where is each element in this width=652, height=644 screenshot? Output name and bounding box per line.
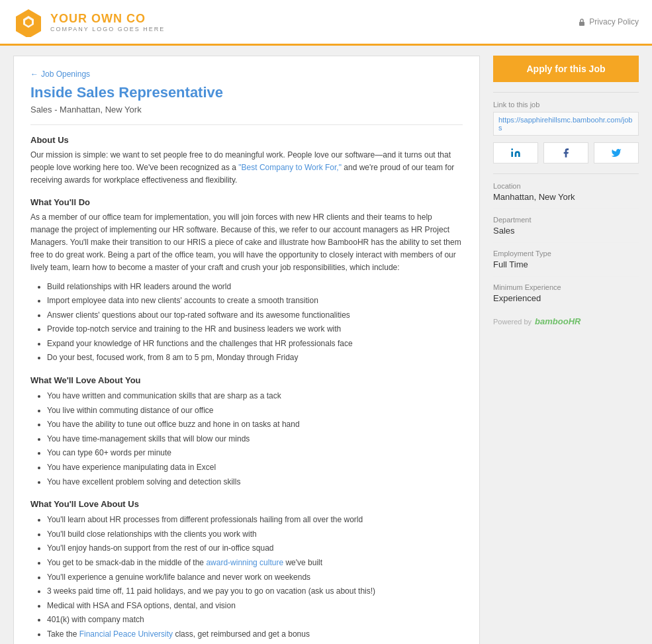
logo-tagline: COMPANY LOGO GOES HERE [50, 26, 165, 32]
facebook-share-button[interactable] [543, 142, 588, 163]
list-item: You can type 60+ words per minute [47, 446, 463, 461]
meta-divider-3 [493, 276, 639, 277]
linkedin-icon [510, 148, 521, 158]
powered-by-label: Powered by [493, 318, 532, 326]
list-item: Expand your knowledge of HR functions an… [47, 337, 463, 351]
list-item: You'll enjoy hands-on support from the r… [47, 541, 463, 556]
list-item: Do your best, focused work, from 8 am to… [47, 351, 463, 365]
powered-by: Powered by bambooHR [493, 316, 639, 326]
job-subtitle: Sales - Manhattan, New York [30, 105, 463, 125]
link-label: Link to this job [493, 101, 639, 109]
breadcrumb-arrow: ← [30, 69, 38, 79]
list-item: You have experience manipulating data in… [47, 461, 463, 475]
twitter-share-button[interactable] [594, 142, 639, 163]
sidebar-divider-2 [493, 173, 639, 174]
sidebar-divider-1 [493, 92, 639, 93]
logo-name-part3: CO [122, 12, 146, 25]
meta-divider-1 [493, 208, 639, 209]
page-container: ← Job Openings Inside Sales Representati… [0, 46, 652, 644]
what-you-do-text: As a member of our office team for imple… [30, 211, 463, 275]
about-us-title: About Us [30, 135, 463, 145]
facebook-icon [561, 148, 571, 158]
list-item: Provide top-notch service and training t… [47, 322, 463, 337]
list-item: Answer clients' questions about our top-… [47, 308, 463, 323]
breadcrumb: ← Job Openings [30, 69, 463, 79]
what-you-do-title: What You'll Do [30, 197, 463, 207]
logo-name: YOUR OWN CO [50, 12, 165, 26]
what-you-do-list: Build relationships with HR leaders arou… [30, 280, 463, 366]
list-item: Medical with HSA and FSA options, dental… [47, 599, 463, 614]
location-value: Manhattan, New York [493, 192, 639, 202]
job-title: Inside Sales Representative [30, 84, 463, 101]
social-share-buttons [493, 142, 639, 163]
employment-type-label: Employment Type [493, 250, 639, 257]
list-item: Take the Financial Peace University clas… [47, 627, 463, 642]
main-content: ← Job Openings Inside Sales Representati… [13, 56, 480, 644]
svg-point-5 [511, 148, 513, 150]
love-about-us-title: What You'll Love About Us [30, 499, 463, 509]
list-item: 401(k) with company match [47, 613, 463, 627]
sidebar: Apply for this Job Link to this job http… [493, 56, 639, 644]
list-item: You have excellent problem solving and d… [47, 475, 463, 490]
privacy-policy-link[interactable]: Privacy Policy [578, 17, 639, 26]
list-item: Import employee data into new clients' a… [47, 294, 463, 308]
breadcrumb-link[interactable]: Job Openings [41, 69, 90, 79]
apply-button-top[interactable]: Apply for this Job [493, 56, 639, 82]
list-item: You live within commuting distance of ou… [47, 404, 463, 418]
lock-icon [578, 18, 586, 26]
list-item: You get to be smack-dab in the middle of… [47, 556, 463, 571]
list-item: You'll build close relationships with th… [47, 528, 463, 542]
list-item: You'll learn about HR processes from dif… [47, 513, 463, 528]
job-link-url[interactable]: https://sapphirehillsmc.bamboohr.com/job… [493, 112, 639, 136]
twitter-icon [611, 148, 622, 158]
svg-rect-4 [579, 22, 584, 26]
list-item: You have time-management skills that wil… [47, 432, 463, 447]
logo-icon [13, 7, 44, 37]
best-company-link[interactable]: "Best Company to Work For," [238, 163, 342, 172]
linkedin-share-button[interactable] [493, 142, 538, 163]
logo-text: YOUR OWN CO COMPANY LOGO GOES HERE [50, 12, 165, 32]
min-experience-value: Experienced [493, 293, 639, 303]
logo-name-part2: OWN [91, 12, 122, 25]
meta-divider-2 [493, 242, 639, 243]
list-item: Build relationships with HR leaders arou… [47, 280, 463, 295]
department-value: Sales [493, 226, 639, 236]
employment-type-value: Full Time [493, 259, 639, 269]
love-about-us-list: You'll learn about HR processes from dif… [30, 513, 463, 641]
about-us-text: Our mission is simple: we want to set pe… [30, 149, 463, 187]
location-label: Location [493, 182, 639, 190]
bamboohr-brand: bambooHR [535, 316, 581, 326]
list-item: You have written and communication skill… [47, 389, 463, 404]
financial-peace-link[interactable]: Financial Peace University [79, 629, 173, 639]
love-about-you-title: What We'll Love About You [30, 375, 463, 385]
min-experience-label: Minimum Experience [493, 283, 639, 291]
logo-area: YOUR OWN CO COMPANY LOGO GOES HERE [13, 7, 165, 37]
privacy-label: Privacy Policy [589, 17, 639, 26]
list-item: You'll experience a genuine work/life ba… [47, 571, 463, 585]
list-item: 3 weeks paid time off, 11 paid holidays,… [47, 584, 463, 599]
department-label: Department [493, 216, 639, 224]
award-winning-culture-link[interactable]: award-winning culture [206, 558, 283, 567]
list-item: You have the ability to tune out office … [47, 418, 463, 432]
love-about-you-list: You have written and communication skill… [30, 389, 463, 489]
logo-name-part1: YOUR [50, 12, 91, 25]
page-header: YOUR OWN CO COMPANY LOGO GOES HERE Priva… [0, 0, 652, 46]
